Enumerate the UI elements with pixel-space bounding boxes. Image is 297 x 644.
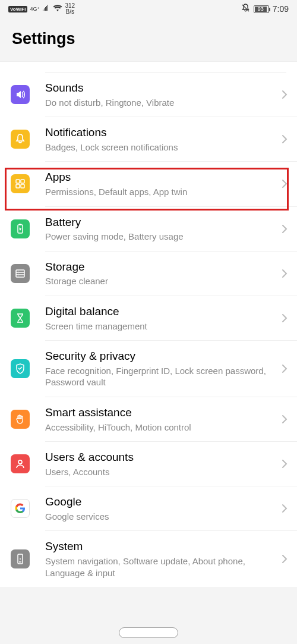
item-sub: Users, Accounts: [45, 466, 274, 478]
clock-time: 7:09: [273, 4, 289, 14]
svg-rect-6: [16, 270, 24, 277]
chevron-right-icon: [282, 459, 287, 469]
storage-icon: [11, 264, 30, 283]
settings-item-smart-assist[interactable]: Smart assistance Accessibility, HiTouch,…: [0, 397, 297, 441]
item-label: Storage: [45, 260, 274, 275]
system-icon: [11, 549, 30, 568]
chevron-right-icon: [282, 224, 287, 234]
svg-rect-3: [21, 184, 24, 188]
battery-icon: 93: [254, 5, 269, 13]
item-sub: Accessibility, HiTouch, Motion control: [45, 422, 274, 433]
settings-item-google[interactable]: Google Google services: [0, 486, 297, 530]
settings-item-digital-balance[interactable]: Digital balance Screen time management: [0, 296, 297, 340]
item-label: Digital balance: [45, 304, 274, 319]
item-label: Sounds: [45, 81, 274, 96]
item-sub: System navigation, Software update, Abou…: [45, 555, 274, 579]
item-sub: Screen time management: [45, 321, 274, 332]
shield-icon: [11, 359, 30, 378]
item-sub: Permissions, Default apps, App twin: [45, 186, 274, 198]
item-label: Users & accounts: [45, 450, 274, 465]
chevron-right-icon: [282, 414, 287, 424]
item-sub: Power saving mode, Battery usage: [45, 231, 274, 243]
item-sub: Do not disturb, Ringtone, Vibrate: [45, 97, 274, 109]
mobile-network-icon: 4G⁺: [30, 7, 40, 12]
hourglass-icon: [11, 309, 30, 328]
wifi-icon: [53, 5, 62, 14]
item-sub: Badges, Lock screen notifications: [45, 142, 274, 153]
chevron-right-icon: [282, 504, 287, 513]
settings-list: Sounds Do not disturb, Ringtone, Vibrate…: [0, 61, 297, 587]
vowifi-badge: VoWiFi: [8, 6, 27, 12]
header: Settings: [0, 18, 297, 61]
previous-item-cutoff: [45, 62, 286, 73]
item-label: Google: [45, 495, 274, 510]
svg-rect-2: [16, 184, 20, 188]
hand-icon: [11, 410, 30, 429]
item-label: Apps: [45, 170, 274, 185]
page-title: Settings: [12, 30, 285, 48]
bell-icon: [11, 130, 30, 149]
item-sub: Google services: [45, 511, 274, 523]
chevron-right-icon: [282, 90, 287, 99]
settings-item-notifications[interactable]: Notifications Badges, Lock screen notifi…: [0, 117, 297, 161]
chevron-right-icon: [282, 179, 287, 189]
settings-item-users[interactable]: Users & accounts Users, Accounts: [0, 442, 297, 486]
person-icon: [11, 454, 30, 473]
item-sub: Face recognition, Fingerprint ID, Lock s…: [45, 365, 274, 388]
mute-icon: [241, 4, 250, 14]
speaker-icon: [11, 85, 30, 104]
item-label: System: [45, 539, 274, 554]
net-speed-unit: B/s: [66, 9, 74, 15]
item-sub: Storage cleaner: [45, 275, 274, 287]
item-label: Security & privacy: [45, 349, 274, 364]
chevron-right-icon: [282, 313, 287, 323]
item-label: Smart assistance: [45, 406, 274, 420]
svg-rect-0: [16, 180, 20, 183]
svg-rect-1: [21, 180, 24, 183]
settings-item-apps[interactable]: Apps Permissions, Default apps, App twin: [0, 162, 297, 206]
chevron-right-icon: [282, 364, 287, 373]
settings-item-battery[interactable]: Battery Power saving mode, Battery usage: [0, 207, 297, 251]
svg-point-9: [20, 558, 21, 560]
chevron-right-icon: [282, 134, 287, 144]
item-label: Notifications: [45, 125, 274, 140]
nav-pill[interactable]: [119, 627, 178, 638]
settings-item-sounds[interactable]: Sounds Do not disturb, Ringtone, Vibrate: [0, 73, 297, 117]
settings-item-security[interactable]: Security & privacy Face recognition, Fin…: [0, 341, 297, 397]
svg-rect-5: [19, 224, 21, 225]
signal-bars-icon: [42, 5, 50, 13]
status-bar: VoWiFi 4G⁺ 312 B/s 93 7:09: [0, 0, 297, 18]
chevron-right-icon: [282, 554, 287, 564]
chevron-right-icon: [282, 269, 287, 278]
battery-icon: [11, 219, 30, 238]
grid-icon: [11, 174, 30, 193]
svg-point-7: [18, 460, 22, 464]
google-icon: [11, 499, 30, 518]
settings-item-storage[interactable]: Storage Storage cleaner: [0, 252, 297, 296]
item-label: Battery: [45, 215, 274, 230]
settings-item-system[interactable]: System System navigation, Software updat…: [0, 531, 297, 587]
